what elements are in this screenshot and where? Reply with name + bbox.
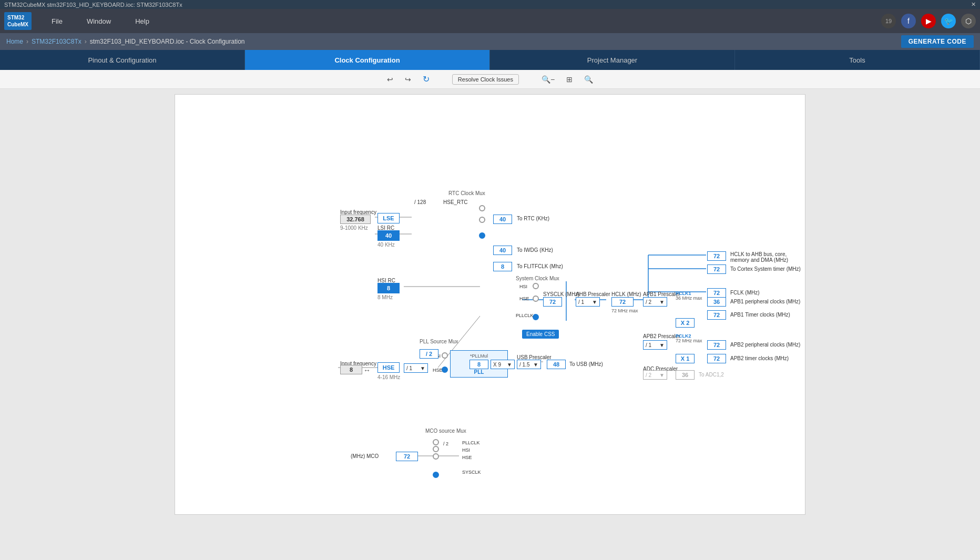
- lse-out-box[interactable]: 40: [493, 215, 512, 224]
- zoom-out-button[interactable]: 🔍−: [538, 73, 558, 86]
- hse-div-dropdown[interactable]: / 1▼: [404, 363, 428, 373]
- mco-val-box[interactable]: 72: [396, 452, 418, 461]
- lse-freq-box[interactable]: 32.768: [340, 215, 371, 224]
- menu-window[interactable]: Window: [83, 15, 115, 27]
- generate-code-button[interactable]: GENERATE CODE: [901, 35, 974, 48]
- lsi-40-box[interactable]: 40: [377, 230, 400, 241]
- pll-in-box[interactable]: 8: [469, 360, 488, 369]
- network-icon[interactable]: ⬡: [961, 14, 976, 28]
- pll-source-mux-label: PLL Source Mux: [420, 339, 458, 344]
- to-usb-label: To USB (MHz): [569, 361, 603, 367]
- zoom-fit-button[interactable]: ⊞: [563, 73, 576, 86]
- version-icon[interactable]: 19: [881, 14, 896, 28]
- refresh-button[interactable]: ↻: [419, 72, 433, 86]
- cortex-out-label: To Cortex System timer (MHz): [730, 266, 801, 272]
- mco-radio-sysclk[interactable]: [433, 472, 439, 478]
- pll-radio-hsi[interactable]: [442, 352, 448, 359]
- mco-radio-hsi[interactable]: [433, 446, 439, 452]
- sys-hse-label: HSE: [519, 296, 529, 301]
- apb2-out-box[interactable]: 72: [707, 340, 726, 350]
- to-rtc-label: To RTC (KHz): [517, 216, 549, 221]
- iwdg-val-box[interactable]: 40: [493, 246, 512, 255]
- titlebar-close[interactable]: ✕: [971, 1, 976, 8]
- tab-clock[interactable]: Clock Configuration: [245, 50, 490, 70]
- apb1-timer-label: APB1 Timer clocks (MHz): [730, 312, 790, 318]
- flitfclk-box[interactable]: 8: [493, 262, 512, 271]
- titlebar-text: STM32CubeMX stm32F103_HID_KEYBOARD.ioc: …: [4, 2, 182, 8]
- sysclk-box[interactable]: 72: [543, 297, 562, 307]
- apb2-timer-label: APB2 timer clocks (MHz): [730, 355, 789, 361]
- lse-box[interactable]: LSE: [377, 213, 400, 223]
- adc-out-box[interactable]: 36: [676, 370, 695, 380]
- pll-label: PLL: [474, 369, 484, 375]
- enable-css-button[interactable]: Enable CSS: [522, 330, 559, 339]
- mco-hse-label: HSE: [462, 455, 472, 460]
- cortex-out-box[interactable]: 72: [707, 264, 726, 274]
- apb1-out-box[interactable]: 36: [707, 297, 726, 307]
- menu-file[interactable]: File: [47, 15, 67, 27]
- usb-out-box[interactable]: 48: [547, 360, 566, 369]
- sys-radio-hsi[interactable]: [533, 283, 539, 289]
- facebook-icon[interactable]: f: [901, 14, 916, 28]
- apb2-div-dropdown[interactable]: / 1▼: [643, 340, 667, 350]
- hse-rtc-label: HSE_RTC: [443, 199, 468, 205]
- mco-pllclk-label: PLLCLK: [462, 440, 480, 445]
- x2-box[interactable]: X 2: [676, 318, 695, 328]
- ahb-out-box[interactable]: 72: [707, 251, 726, 261]
- breadcrumb-device[interactable]: STM32F103C8Tx: [32, 38, 81, 45]
- hse-box[interactable]: HSE: [377, 362, 400, 373]
- ahb-div-dropdown[interactable]: / 1▼: [576, 297, 600, 307]
- adc-div-dropdown[interactable]: / 2▼: [643, 370, 667, 380]
- fclk-out-box[interactable]: 72: [707, 288, 726, 298]
- pclk1-max-label: 36 MHz max: [676, 296, 702, 301]
- tab-tools[interactable]: Tools: [735, 50, 980, 70]
- rtc-radio-lsi[interactable]: [479, 232, 485, 239]
- hse-range-label: 4-16 MHz: [377, 374, 400, 380]
- mco-out-label: (MHz) MCO: [351, 453, 379, 459]
- twitter-icon[interactable]: 🐦: [941, 14, 956, 28]
- hsi-mhz-label: 8 MHz: [377, 294, 393, 300]
- rtc-radio-hse[interactable]: [479, 205, 485, 211]
- menu-help[interactable]: Help: [131, 15, 154, 27]
- breadcrumb-sep2: ›: [85, 38, 87, 45]
- undo-button[interactable]: ↩: [383, 73, 397, 86]
- sys-radio-hse[interactable]: [533, 296, 539, 302]
- apb1-div-dropdown[interactable]: / 2▼: [643, 297, 667, 307]
- sys-hsi-label: HSI: [519, 284, 527, 289]
- tab-project[interactable]: Project Manager: [490, 50, 735, 70]
- usb-div-dropdown[interactable]: / 1.5▼: [517, 360, 541, 369]
- pll-mult-dropdown[interactable]: X 9▼: [491, 360, 515, 369]
- tabbar: Pinout & Configuration Clock Configurati…: [0, 50, 980, 70]
- sys-radio-pll[interactable]: [533, 314, 539, 320]
- mco-sysclk-label: SYSCLK: [462, 470, 481, 475]
- hsi-rc-box[interactable]: 8: [377, 283, 400, 293]
- pll-hse-label: HSE: [433, 368, 443, 373]
- resolve-clock-button[interactable]: Resolve Clock Issues: [452, 74, 519, 85]
- breadcrumb-project: stm32F103_HID_KEYBOARD.ioc - Clock Confi…: [90, 38, 245, 45]
- to-adc-label: To ADC1,2: [699, 372, 724, 378]
- hclk-box[interactable]: 72: [611, 297, 634, 307]
- logo[interactable]: STM32 CubeMX: [4, 12, 32, 30]
- tab-pinout[interactable]: Pinout & Configuration: [0, 50, 245, 70]
- apb1-timer-box[interactable]: 72: [707, 310, 726, 320]
- redo-button[interactable]: ↪: [401, 73, 415, 86]
- x1-box[interactable]: X 1: [676, 354, 695, 363]
- mco-mux-label: MCO source Mux: [425, 428, 466, 434]
- hse-freq-box[interactable]: 8: [340, 365, 362, 374]
- mco-radio-pllclk[interactable]: [433, 439, 439, 445]
- breadcrumb-home[interactable]: Home: [6, 38, 23, 45]
- apb1-prescaler-label: APB1 Prescaler: [643, 291, 680, 297]
- clock-diagram[interactable]: RTC Clock Mux Input frequency 32.768 9-1…: [175, 94, 805, 515]
- rtc-radio-lse[interactable]: [479, 217, 485, 223]
- menu-icons: 19 f ▶ 🐦 ⬡: [881, 14, 976, 28]
- zoom-in-button[interactable]: 🔍: [580, 73, 597, 86]
- youtube-icon[interactable]: ▶: [921, 14, 936, 28]
- pll-radio-hse[interactable]: [442, 366, 448, 373]
- apb1-periph-label: APB1 peripheral clocks (MHz): [730, 299, 800, 304]
- menubar: STM32 CubeMX File Window Help 19 f ▶ 🐦 ⬡: [0, 9, 980, 33]
- apb2-timer-box[interactable]: 72: [707, 354, 726, 363]
- mco-radio-hse[interactable]: [433, 453, 439, 460]
- fclk-out-label: FCLK (MHz): [730, 290, 760, 296]
- rtc-mux-label: RTC Clock Mux: [448, 190, 485, 196]
- sysclk-label: SYSCLK (MHz): [543, 291, 579, 297]
